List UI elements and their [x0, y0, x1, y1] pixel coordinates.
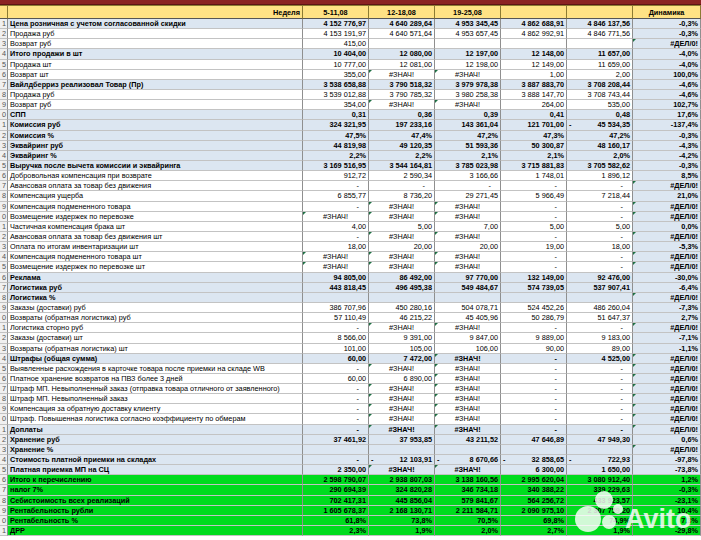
value-cell[interactable]: 44 819,98 — [303, 141, 369, 151]
value-cell[interactable]: - — [501, 202, 567, 212]
row-label[interactable]: Возвраты (обратная логистика) шт — [8, 344, 303, 354]
value-cell[interactable]: - — [567, 252, 633, 262]
value-cell[interactable]: 197 233,16 — [369, 120, 435, 130]
dynamics-cell[interactable]: -137,4% — [633, 120, 701, 130]
dynamics-cell[interactable]: -7,1% — [633, 333, 701, 343]
row-label[interactable]: СПП — [8, 110, 303, 120]
value-cell[interactable]: 9 391,00 — [369, 333, 435, 343]
value-cell[interactable]: #ЗНАЧ! — [435, 202, 501, 212]
value-cell[interactable]: #ЗНАЧ! — [435, 414, 501, 424]
row-label[interactable]: Возврат шт — [8, 70, 303, 80]
row-number[interactable]: 2 — [0, 232, 8, 242]
value-cell[interactable]: #ЗНАЧ! — [369, 70, 435, 80]
value-cell[interactable]: 89,00 — [567, 344, 633, 354]
value-cell[interactable]: 48 160,17 — [567, 141, 633, 151]
value-cell[interactable]: 324 321,95 — [303, 120, 369, 130]
value-cell[interactable]: - — [303, 181, 369, 191]
dynamics-cell[interactable]: 10,4% — [633, 506, 701, 516]
value-cell[interactable]: 47,2% — [567, 131, 633, 141]
value-cell[interactable]: - — [303, 455, 369, 465]
row-number[interactable]: 6 — [0, 70, 8, 80]
value-cell[interactable]: 105,00 — [369, 344, 435, 354]
value-cell[interactable]: #ЗНАЧ! — [435, 364, 501, 374]
value-cell[interactable]: 4,00 — [303, 222, 369, 232]
row-label[interactable]: Итого к перечислению — [8, 475, 303, 485]
value-cell[interactable]: 9 847,00 — [435, 333, 501, 343]
row-label[interactable]: Хранение % — [8, 445, 303, 455]
value-cell[interactable]: 339 229,63 — [567, 485, 633, 495]
value-cell[interactable]: 535,00 — [567, 100, 633, 110]
value-cell[interactable]: 579 841,67 — [435, 496, 501, 506]
row-number[interactable]: 5 — [0, 60, 8, 70]
value-cell[interactable]: 433 923,57 — [567, 496, 633, 506]
dynamics-cell[interactable]: -0,3% — [633, 19, 701, 29]
row-number[interactable]: 8 — [0, 191, 8, 201]
dynamics-cell[interactable]: #ДЕЛ/0! — [633, 404, 701, 414]
dynamics-cell[interactable]: 7,3% — [633, 516, 701, 526]
value-cell[interactable]: 0,36 — [369, 110, 435, 120]
value-cell[interactable]: #ЗНАЧ! — [369, 212, 435, 222]
row-number[interactable]: 7 — [0, 80, 8, 90]
row-number[interactable]: 6 — [0, 171, 8, 181]
value-cell[interactable]: 386 707,96 — [303, 303, 369, 313]
value-cell[interactable]: -45 534,35 — [567, 120, 633, 130]
value-cell[interactable]: 2,00 — [567, 70, 633, 80]
value-cell[interactable]: 19,00 — [501, 242, 567, 252]
value-cell[interactable]: 537 907,41 — [567, 283, 633, 293]
value-cell[interactable]: 3 887 883,70 — [501, 80, 567, 90]
value-cell[interactable]: 47 949,30 — [567, 435, 633, 445]
value-cell[interactable]: 90,00 — [501, 344, 567, 354]
value-cell[interactable]: #ЗНАЧ! — [303, 252, 369, 262]
dynamics-cell[interactable]: #ДЕЛ/0! — [633, 293, 701, 303]
dynamics-cell[interactable]: -4,2% — [633, 151, 701, 161]
value-cell[interactable] — [501, 445, 567, 455]
value-cell[interactable]: 9 183,00 — [567, 333, 633, 343]
value-cell[interactable]: 8 736,20 — [369, 191, 435, 201]
header-dynamics[interactable]: Динамика — [633, 5, 701, 19]
value-cell[interactable]: - — [567, 374, 633, 384]
value-cell[interactable]: 2 090 975,10 — [501, 506, 567, 516]
row-number[interactable]: 0 — [0, 110, 8, 120]
value-cell[interactable]: 3 708 743,44 — [567, 90, 633, 100]
value-cell[interactable]: 2 590,34 — [369, 171, 435, 181]
value-cell[interactable]: 2,1% — [501, 151, 567, 161]
value-cell[interactable]: 10 404,00 — [303, 49, 369, 59]
value-cell[interactable]: 18,00 — [567, 242, 633, 252]
dynamics-cell[interactable]: 21,0% — [633, 191, 701, 201]
value-cell[interactable]: 3 705 582,62 — [567, 161, 633, 171]
dynamics-cell[interactable]: -30,0% — [633, 273, 701, 283]
value-cell[interactable]: 12 080,00 — [369, 49, 435, 59]
value-cell[interactable]: - — [567, 404, 633, 414]
value-cell[interactable]: 121 701,00 — [501, 120, 567, 130]
value-cell[interactable]: 549 484,67 — [435, 283, 501, 293]
value-cell[interactable]: - — [435, 181, 501, 191]
value-cell[interactable]: - — [567, 212, 633, 222]
value-cell[interactable]: 4 846 137,56 — [567, 19, 633, 29]
row-label[interactable]: Реклама — [8, 273, 303, 283]
value-cell[interactable]: - — [567, 394, 633, 404]
dynamics-cell[interactable]: 0,6% — [633, 435, 701, 445]
value-cell[interactable]: 340 388,22 — [501, 485, 567, 495]
value-cell[interactable]: #ЗНАЧ! — [369, 384, 435, 394]
row-label[interactable]: Штраф МП. Невыполненный заказ — [8, 394, 303, 404]
value-cell[interactable]: 5,00 — [501, 222, 567, 232]
row-label[interactable]: Возврат руб — [8, 100, 303, 110]
value-cell[interactable]: 86 492,00 — [369, 273, 435, 283]
value-cell[interactable]: 4 153 191,97 — [303, 29, 369, 39]
row-label[interactable]: Доплаты — [8, 425, 303, 435]
value-cell[interactable]: #ЗНАЧ! — [435, 404, 501, 414]
row-label[interactable]: Штраф МП. Невыполненный заказ (отправка … — [8, 384, 303, 394]
row-label[interactable]: Платная приемка МП на СЦ — [8, 465, 303, 475]
value-cell[interactable]: - — [303, 414, 369, 424]
value-cell[interactable]: 51 593,36 — [435, 141, 501, 151]
value-cell[interactable]: - — [567, 202, 633, 212]
value-cell[interactable]: 60,00 — [303, 374, 369, 384]
value-cell[interactable]: 0,31 — [303, 110, 369, 120]
row-number[interactable]: 2 — [0, 435, 8, 445]
value-cell[interactable]: 143 361,04 — [435, 120, 501, 130]
value-cell[interactable]: 20,00 — [435, 242, 501, 252]
row-number[interactable]: 1 — [0, 222, 8, 232]
value-cell[interactable]: #ЗНАЧ! — [369, 202, 435, 212]
row-label[interactable]: Хранение руб — [8, 435, 303, 445]
value-cell[interactable]: - — [501, 232, 567, 242]
